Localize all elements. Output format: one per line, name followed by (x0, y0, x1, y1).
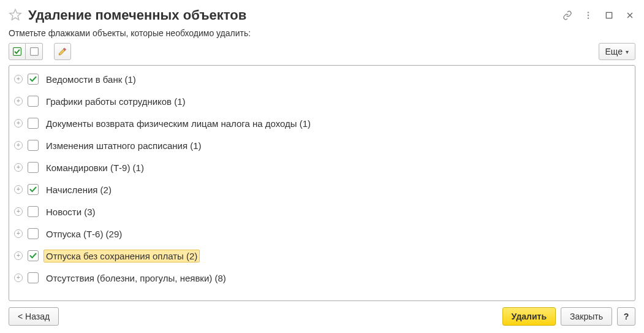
expand-icon[interactable]: + (14, 119, 23, 128)
svg-rect-4 (606, 12, 612, 18)
row-label: Отсутствия (болезни, прогулы, неявки) (8… (44, 272, 229, 285)
row-checkbox[interactable] (28, 162, 39, 173)
more-menu-label: Еще (605, 47, 623, 56)
expand-icon[interactable]: + (14, 274, 23, 282)
svg-point-1 (588, 12, 589, 13)
row-label: Командировки (Т-9) (1) (44, 161, 146, 174)
tree-row[interactable]: +Ведомости в банк (1) (9, 68, 635, 90)
link-icon[interactable] (562, 10, 573, 21)
check-group (9, 43, 43, 60)
expand-icon[interactable]: + (14, 75, 23, 83)
expand-icon[interactable]: + (14, 163, 23, 172)
expand-icon[interactable]: + (14, 141, 23, 150)
row-checkbox[interactable] (28, 140, 39, 151)
tree-row[interactable]: +Новости (3) (9, 201, 635, 223)
row-label: Отпуска (Т-6) (29) (44, 228, 124, 240)
tree-row[interactable]: +Графики работы сотрудников (1) (9, 90, 635, 112)
object-tree[interactable]: +Ведомости в банк (1)+Графики работы сот… (9, 66, 635, 300)
more-menu-button[interactable]: Еще ▾ (599, 43, 636, 60)
tree-row[interactable]: +Начисления (2) (9, 178, 635, 201)
chevron-down-icon: ▾ (626, 48, 629, 55)
svg-point-2 (588, 15, 589, 16)
favorite-star-icon[interactable] (9, 8, 22, 23)
row-checkbox[interactable] (28, 96, 39, 107)
row-checkbox[interactable] (28, 184, 39, 195)
row-label: Ведомости в банк (1) (44, 73, 138, 86)
check-all-button[interactable] (9, 43, 26, 60)
delete-button[interactable]: Удалить (502, 307, 556, 326)
row-label: Отпуска без сохранения оплаты (2) (44, 250, 200, 262)
close-icon[interactable] (624, 10, 635, 21)
tree-row[interactable]: +Документы возврата физическим лицам нал… (9, 112, 635, 134)
row-checkbox[interactable] (28, 118, 39, 129)
expand-icon[interactable]: + (14, 185, 23, 194)
row-checkbox[interactable] (28, 228, 39, 239)
tree-row[interactable]: +Отсутствия (болезни, прогулы, неявки) (… (9, 267, 635, 289)
toolbar: Еще ▾ (9, 43, 635, 60)
tree-row[interactable]: +Отпуска без сохранения оплаты (2) (9, 245, 635, 267)
expand-icon[interactable]: + (14, 229, 23, 238)
expand-icon[interactable]: + (14, 207, 23, 216)
header-actions (562, 10, 635, 21)
edit-button[interactable] (54, 43, 71, 60)
back-button[interactable]: < Назад (9, 307, 59, 326)
row-checkbox[interactable] (28, 74, 39, 85)
help-button[interactable]: ? (617, 307, 635, 326)
uncheck-all-button[interactable] (26, 43, 43, 60)
tree-row[interactable]: +Отпуска (Т-6) (29) (9, 223, 635, 245)
svg-marker-0 (10, 9, 21, 20)
expand-icon[interactable]: + (14, 97, 23, 105)
instruction-text: Отметьте флажками объекты, которые необх… (9, 28, 635, 38)
more-vertical-icon[interactable] (583, 10, 594, 21)
expand-icon[interactable]: + (14, 251, 23, 260)
row-label: Начисления (2) (44, 183, 114, 196)
window-header: Удаление помеченных объектов (9, 7, 635, 23)
page-title: Удаление помеченных объектов (28, 7, 556, 23)
tree-container: +Ведомости в банк (1)+Графики работы сот… (9, 65, 635, 301)
tree-row[interactable]: +Изменения штатного расписания (1) (9, 134, 635, 156)
footer: < Назад Удалить Закрыть ? (9, 307, 635, 326)
svg-rect-8 (30, 48, 38, 56)
row-label: Документы возврата физическим лицам нало… (44, 117, 313, 130)
close-button[interactable]: Закрыть (561, 307, 612, 326)
row-checkbox[interactable] (28, 272, 39, 283)
svg-point-3 (588, 17, 589, 18)
tree-row[interactable]: +Командировки (Т-9) (1) (9, 156, 635, 178)
row-checkbox[interactable] (28, 250, 39, 261)
row-label: Графики работы сотрудников (1) (44, 95, 188, 108)
row-label: Изменения штатного расписания (1) (44, 139, 204, 152)
maximize-icon[interactable] (604, 10, 615, 21)
row-checkbox[interactable] (28, 206, 39, 217)
row-label: Новости (3) (44, 205, 98, 218)
